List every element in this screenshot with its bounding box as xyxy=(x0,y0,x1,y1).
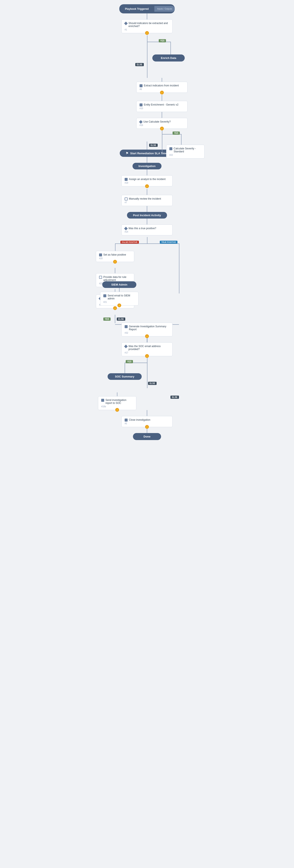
script-icon-2 xyxy=(140,103,143,106)
soc-email-title: Was the SOC email address provided? xyxy=(128,345,169,351)
orange-badge-4: ⚡ xyxy=(145,184,149,188)
fp-vline xyxy=(115,243,115,251)
assign-title: Assign an analyst to the incident xyxy=(129,178,166,181)
soc-summary-pos: SOC Summary xyxy=(108,373,142,380)
conn6 xyxy=(147,157,147,163)
calc-std-card: Calculate Severity - Standard #22 xyxy=(166,145,205,158)
diamond-icon-2 xyxy=(139,120,143,124)
siem-admin-node[interactable]: SIEM Admin xyxy=(102,281,136,288)
script-icon-5 xyxy=(99,253,102,256)
fp-label-pos: FALSE POSITIVE xyxy=(120,241,139,244)
assign-analyst-card: Assign an analyst to the incident #19 ⚡ xyxy=(121,175,173,186)
enrich-pill[interactable]: Enrich Data xyxy=(152,55,185,62)
script-icon-8 xyxy=(101,399,104,402)
script-icon-3 xyxy=(169,147,172,150)
tp-vline-top xyxy=(147,237,147,243)
close-invest-card: Close investigation #5 ⚡ xyxy=(121,416,173,427)
soc-email-id: #17 xyxy=(125,351,169,354)
script-icon-4 xyxy=(125,178,127,181)
send-siem-title: Send email to SIEM admin xyxy=(108,294,135,300)
tp-label-pos: TRUE POSITIVE xyxy=(160,241,177,244)
siem-conn-down xyxy=(115,315,115,323)
send-siem-id: #21 xyxy=(103,301,135,303)
gen-report-id: #32 xyxy=(125,332,169,334)
true-pos-title: Was this a true positive? xyxy=(128,227,156,230)
calc-id: #16 xyxy=(140,124,184,126)
else-label-1: ELSE xyxy=(135,63,144,66)
orange-badge-3: ⚡ xyxy=(160,127,164,130)
orange-badge-9: ⚡ xyxy=(145,354,149,358)
assign-id: #19 xyxy=(125,182,169,184)
script-icon-6 xyxy=(103,294,106,297)
done-node: Done xyxy=(133,433,161,440)
conn12 xyxy=(147,410,147,416)
final-branch: Send investigation report to SOC #10b ⚡ … xyxy=(94,393,200,410)
fp-conn-2 xyxy=(115,268,115,273)
soc-summary-node[interactable]: SOC Summary xyxy=(108,373,142,380)
should-extract-id: #1 xyxy=(125,29,169,31)
manual-icon-1 xyxy=(125,197,127,200)
close-invest-id: #5 xyxy=(125,423,169,425)
close-invest-title: Close investigation xyxy=(129,418,150,421)
yes-badge-1: YES xyxy=(159,39,166,42)
conn7 xyxy=(147,169,147,175)
conn1 xyxy=(147,13,147,19)
should-extract-title: Should indicators be extracted and enric… xyxy=(128,22,169,28)
yes-label-2: YES xyxy=(173,131,180,135)
yes-label-1: YES xyxy=(159,39,166,42)
soc-right-vline xyxy=(147,363,147,388)
diamond-icon-5 xyxy=(124,345,128,348)
trigger-label: Playbook Triggered xyxy=(119,7,154,10)
entity-enrich-card: Entity Enrichment - Generic v2 #10 xyxy=(136,101,187,112)
extract-card: Extract indicators from incident #6 ⚡ xyxy=(136,82,187,93)
else-3-pos: ELSE xyxy=(117,317,125,321)
orange-badge-8: ⚡ xyxy=(145,334,149,338)
conn10 xyxy=(147,219,147,224)
else-4-badge: ELSE xyxy=(171,393,179,399)
set-fp-title: Set as false positive xyxy=(103,253,126,256)
calc-title: Use Calculate Severity? xyxy=(143,120,171,123)
should-extract-card: Should indicators be extracted and enric… xyxy=(121,19,173,33)
tp-right-vline xyxy=(179,243,179,293)
manual-review-card: Manually review the incident #7 xyxy=(121,195,173,206)
manual-title: Manually review the incident xyxy=(129,197,161,200)
gen-report-card: Generate Investigation Summary Report #3… xyxy=(121,322,173,336)
script-icon-1 xyxy=(140,84,143,87)
script-icon-7 xyxy=(125,325,127,328)
else-label-2: ELSE xyxy=(149,144,158,147)
set-fp-card-pos: Set as false positive #20 ⚡ xyxy=(96,251,134,262)
enrich-branch: YES Enrich Data ELSE xyxy=(98,35,196,78)
conn8 xyxy=(147,189,147,195)
extract-col: Extract indicators from incident #6 ⚡ En… xyxy=(123,78,200,154)
true-pos-id: #14 xyxy=(125,231,169,233)
orange-badge-11: ⚡ xyxy=(145,425,149,429)
provide-data-title: Provide data for rule adjustment xyxy=(103,276,131,282)
investigation-node[interactable]: Investigation xyxy=(133,163,161,169)
orange-badge-10: ⚡ xyxy=(115,408,119,412)
calc-center-line xyxy=(162,129,162,154)
soc-email-card: Was the SOC email address provided? #17 … xyxy=(121,342,173,356)
soc-left-vline xyxy=(125,363,125,373)
true-positive-card: Was this a true positive? #14 xyxy=(121,224,173,235)
trigger-io-label[interactable]: Inputs / Outputs xyxy=(154,6,175,12)
send-siem-card: Send email to SIEM admin #21 ⚡ xyxy=(100,292,139,306)
script-icon-9 xyxy=(125,418,127,422)
enrich-data-node: Enrich Data xyxy=(152,55,185,62)
calc-std-node: Calculate Severity - Standard #22 xyxy=(166,145,205,158)
right-vline xyxy=(171,42,171,55)
send-soc-id: #10b xyxy=(101,405,133,408)
diamond-icon-3 xyxy=(124,227,128,230)
calc-severity-card: Use Calculate Severity? #16 ⚡ xyxy=(136,118,187,129)
set-fp-card: Set as false positive #20 ⚡ xyxy=(96,251,134,262)
post-incident-node[interactable]: Post Incident Activity xyxy=(127,212,167,219)
soc-report-conn xyxy=(117,393,117,396)
set-fp-id: #20 xyxy=(99,257,131,259)
send-soc-col: Send investigation report to SOC #10b ⚡ xyxy=(98,393,136,410)
gen-report-title: Generate Investigation Summary Report xyxy=(129,325,169,331)
else-badge-1: ELSE xyxy=(135,63,144,66)
conn4 xyxy=(162,112,162,118)
conn9 xyxy=(147,206,147,212)
trigger-node[interactable]: Playbook Triggered Inputs / Outputs xyxy=(119,4,175,13)
calc-branch: YES Calculate Severity - Standard #22 EL… xyxy=(123,129,200,154)
entity-enrich-title: Entity Enrichment - Generic v2 xyxy=(144,103,179,106)
